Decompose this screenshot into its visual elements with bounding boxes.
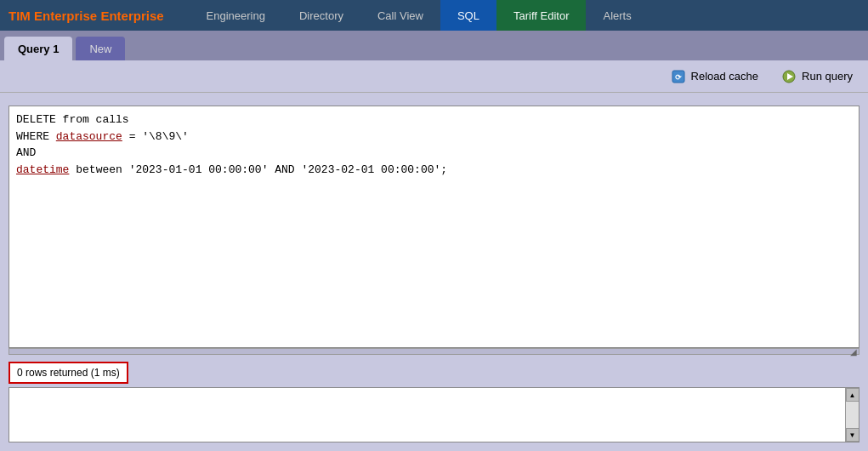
run-query-icon <box>780 68 797 85</box>
nav-alerts[interactable]: Alerts <box>586 0 648 31</box>
main-content: DELETE from calls WHERE datasource = '\8… <box>0 93 868 451</box>
reload-cache-icon: ⟳ <box>670 68 687 85</box>
tab-new[interactable]: New <box>76 37 125 60</box>
nav-sql[interactable]: SQL <box>440 0 496 31</box>
app-brand: TIM Enterprise Enterprise <box>9 9 164 23</box>
svg-text:⟳: ⟳ <box>675 73 682 82</box>
run-query-label: Run query <box>802 70 853 83</box>
tab-query1[interactable]: Query 1 <box>4 37 72 60</box>
sql-content: DELETE from calls WHERE datasource = '\8… <box>16 111 852 178</box>
sql-editor-wrapper: DELETE from calls WHERE datasource = '\8… <box>9 106 859 355</box>
toolbar: ⟳ Reload cache Run query <box>0 60 868 93</box>
nav-directory[interactable]: Directory <box>282 0 360 31</box>
nav-items: Engineering Directory Call View SQL Tari… <box>190 0 859 31</box>
brand-highlight: TIM Enterprise <box>9 9 97 23</box>
scrollbar-down-button[interactable]: ▼ <box>846 428 859 442</box>
resize-handle[interactable]: ◢ <box>9 348 859 355</box>
tabbar: Query 1 New <box>0 31 868 60</box>
sql-editor[interactable]: DELETE from calls WHERE datasource = '\8… <box>9 106 859 348</box>
results-scrollbar: ▲ ▼ <box>845 388 859 442</box>
reload-cache-button[interactable]: ⟳ Reload cache <box>663 66 766 88</box>
brand-suffix: Enterprise <box>100 9 163 23</box>
nav-call-view[interactable]: Call View <box>360 0 440 31</box>
status-bar: 0 rows returned (1 ms) <box>9 362 128 384</box>
reload-cache-label: Reload cache <box>691 70 759 83</box>
scrollbar-up-button[interactable]: ▲ <box>846 388 859 402</box>
navbar: TIM Enterprise Enterprise Engineering Di… <box>0 0 868 31</box>
bottom-section: 0 rows returned (1 ms) ▲ ▼ <box>9 362 859 442</box>
resize-icon: ◢ <box>850 347 857 357</box>
nav-engineering[interactable]: Engineering <box>190 0 282 31</box>
nav-tariff-editor[interactable]: Tariff Editor <box>496 0 587 31</box>
results-area: ▲ ▼ <box>9 387 859 442</box>
run-query-button[interactable]: Run query <box>774 66 859 88</box>
